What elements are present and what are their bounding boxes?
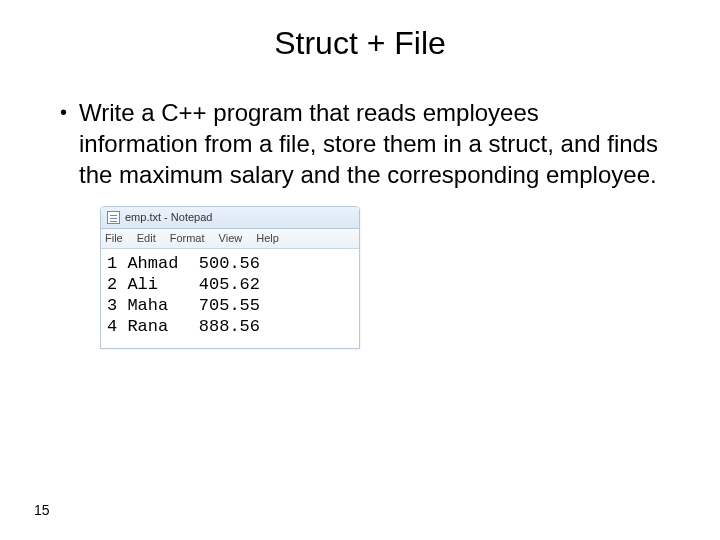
notepad-content: 1 Ahmad 500.56 2 Ali 405.62 3 Maha 705.5…: [101, 249, 359, 348]
notepad-menubar: File Edit Format View Help: [101, 229, 359, 249]
notepad-titlebar: emp.txt - Notepad: [101, 207, 359, 229]
bullet-item: • Write a C++ program that reads employe…: [60, 97, 660, 191]
notepad-window: emp.txt - Notepad File Edit Format View …: [100, 206, 360, 349]
bullet-text: Write a C++ program that reads employees…: [79, 97, 660, 191]
slide-title: Struct + File: [60, 25, 660, 62]
menu-format[interactable]: Format: [170, 232, 205, 245]
bullet-dot: •: [60, 97, 67, 127]
notepad-title-text: emp.txt - Notepad: [125, 211, 212, 223]
menu-file[interactable]: File: [105, 232, 123, 245]
menu-view[interactable]: View: [219, 232, 243, 245]
notepad-icon: [107, 211, 120, 224]
menu-edit[interactable]: Edit: [137, 232, 156, 245]
menu-help[interactable]: Help: [256, 232, 279, 245]
page-number: 15: [34, 502, 50, 518]
